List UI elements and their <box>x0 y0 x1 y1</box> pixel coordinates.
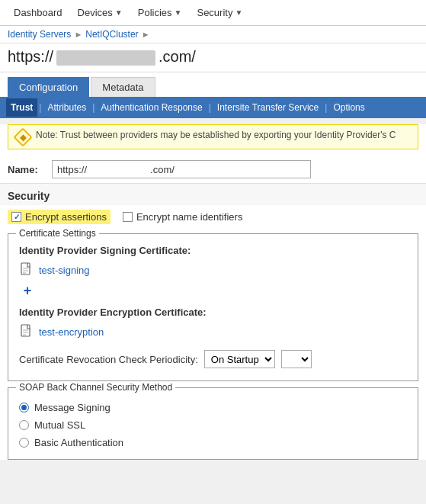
soap-back-channel-box: SOAP Back Channel Security Method Messag… <box>8 387 418 460</box>
nav-devices-chevron: ▼ <box>115 8 123 17</box>
nav-policies-chevron: ▼ <box>175 8 182 17</box>
radio-mutual-ssl-circle <box>19 420 29 430</box>
periodicity-label: Certificate Revocation Check Periodicity… <box>19 354 198 365</box>
checkbox-encrypt-assertions[interactable]: ✓ Encrypt assertions <box>8 210 111 224</box>
tab-configuration[interactable]: Configuration <box>8 77 89 97</box>
encrypt-assertions-box: ✓ <box>11 212 21 222</box>
name-field-row: Name: <box>0 156 426 183</box>
encryption-cert-doc-icon <box>19 323 34 340</box>
page-title-prefix: https:// <box>8 48 53 65</box>
add-signing-cert-button[interactable]: + <box>19 282 36 299</box>
note-text: Note: Trust between providers may be est… <box>36 130 396 140</box>
encryption-cert-label: Identity Provider Encryption Certificate… <box>19 307 410 318</box>
nav-devices-label: Devices <box>78 7 113 18</box>
certificate-settings-box: Certificate Settings Identity Provider S… <box>8 233 418 381</box>
radio-basic-auth[interactable]: Basic Authentication <box>16 434 410 451</box>
radio-message-signing[interactable]: Message Signing <box>16 399 410 416</box>
tab-metadata[interactable]: Metadata <box>91 77 155 97</box>
nav-dashboard-label: Dashboard <box>14 7 62 18</box>
nav-dashboard[interactable]: Dashboard <box>6 1 70 24</box>
doc-svg-encryption <box>21 324 33 339</box>
checkbox-encrypt-name-identifiers[interactable]: Encrypt name identifiers <box>123 211 242 223</box>
nav-security[interactable]: Security ▼ <box>189 1 250 24</box>
periodicity-select[interactable]: On Startup Daily Weekly Monthly <box>204 350 275 368</box>
radio-message-signing-dot <box>21 405 27 410</box>
radio-mutual-ssl[interactable]: Mutual SSL <box>16 416 410 434</box>
name-label: Name: <box>8 164 46 175</box>
nav-security-chevron: ▼ <box>235 8 242 17</box>
sub-nav-intersite-transfer[interactable]: Intersite Transfer Service <box>213 98 323 117</box>
note-bar: ◆ Note: Trust between providers may be e… <box>8 124 418 149</box>
signing-cert-row: test-signing <box>16 259 410 281</box>
radio-basic-auth-label: Basic Authentication <box>34 437 123 448</box>
encrypt-assertions-check: ✓ <box>14 213 20 221</box>
nav-policies[interactable]: Policies ▼ <box>130 1 190 24</box>
note-icon: ◆ <box>13 127 32 146</box>
encrypt-name-identifiers-label: Encrypt name identifiers <box>136 211 242 223</box>
config-tabs: Configuration Metadata <box>0 72 426 97</box>
encrypt-name-identifiers-box <box>123 212 133 222</box>
doc-svg-signing <box>21 262 33 278</box>
main-content: ◆ Note: Trust between providers may be e… <box>0 124 426 460</box>
breadcrumb-netiqcluster[interactable]: NetIQCluster <box>85 29 138 40</box>
page-title-suffix: .com/ <box>159 48 196 65</box>
signing-cert-label: Identity Provider Signing Certificate: <box>19 245 410 256</box>
soap-legend: SOAP Back Channel Security Method <box>16 382 175 393</box>
encrypt-assertions-highlight: ✓ Encrypt assertions <box>8 210 111 224</box>
soap-methods: Message Signing Mutual SSL Basic Authent… <box>16 399 410 451</box>
breadcrumb-sep-1: ► <box>74 30 82 39</box>
sub-nav-options[interactable]: Options <box>328 98 369 117</box>
nav-policies-label: Policies <box>138 7 172 18</box>
radio-message-signing-circle <box>19 403 29 413</box>
nav-devices[interactable]: Devices ▼ <box>70 1 130 24</box>
sub-nav-authentication-response[interactable]: Authentication Response <box>96 98 207 117</box>
encrypt-assertions-label: Encrypt assertions <box>25 211 107 223</box>
page-title-bar: https://.com/ <box>0 43 426 72</box>
encryption-cert-row: test-encryption <box>16 321 410 342</box>
breadcrumb-sep-2: ► <box>142 30 150 39</box>
sub-nav-trust[interactable]: Trust <box>6 98 37 117</box>
name-input[interactable] <box>52 160 311 178</box>
radio-basic-auth-circle <box>19 438 29 448</box>
signing-cert-doc-icon <box>19 262 34 278</box>
breadcrumb-identity-servers[interactable]: Identity Servers <box>8 29 71 40</box>
page-title-blur <box>56 50 155 66</box>
radio-message-signing-label: Message Signing <box>34 402 111 413</box>
security-heading: Security <box>0 183 426 205</box>
radio-mutual-ssl-label: Mutual SSL <box>34 419 85 431</box>
periodicity-select2[interactable] <box>281 350 312 368</box>
cert-settings-legend: Certificate Settings <box>16 228 99 239</box>
sub-nav-bar: Trust | Attributes | Authentication Resp… <box>0 97 426 118</box>
periodicity-row: Certificate Revocation Check Periodicity… <box>16 345 410 373</box>
top-navigation: Dashboard Devices ▼ Policies ▼ Security … <box>0 0 426 26</box>
nav-security-label: Security <box>197 7 232 18</box>
encryption-cert-name[interactable]: test-encryption <box>39 326 104 338</box>
signing-cert-name[interactable]: test-signing <box>39 265 89 276</box>
breadcrumb: Identity Servers ► NetIQCluster ► <box>0 26 426 43</box>
sub-nav-attributes[interactable]: Attributes <box>43 98 91 117</box>
page-title: https://.com/ <box>8 48 196 65</box>
checkbox-row: ✓ Encrypt assertions Encrypt name identi… <box>0 205 426 229</box>
